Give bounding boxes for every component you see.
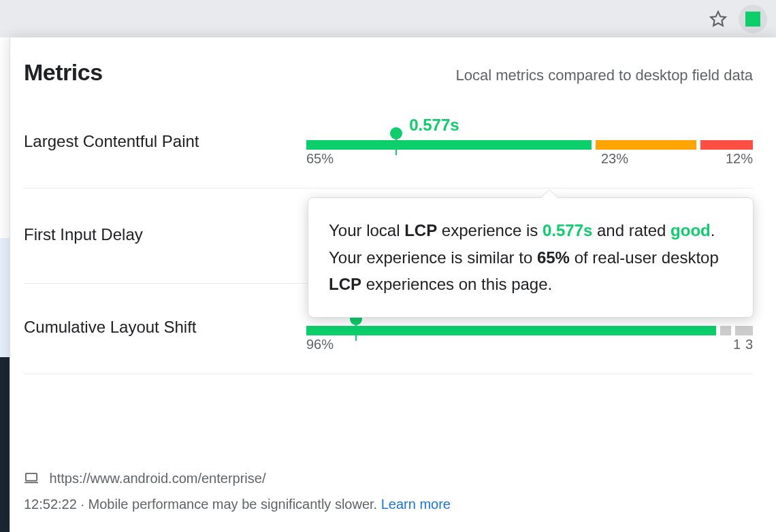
footer-separator: · <box>77 497 88 512</box>
metric-label: First Input Delay <box>24 225 306 244</box>
metric-value: 0.577s <box>409 116 459 135</box>
tooltip-text: experiences on this page. <box>361 275 552 293</box>
tooltip-text: and rated <box>592 221 670 239</box>
panel-subtitle: Local metrics compared to desktop field … <box>455 67 753 84</box>
panel-footer: https://www.android.com/enterprise/ 12:5… <box>24 465 753 517</box>
laptop-icon <box>24 467 39 493</box>
distribution-bar <box>306 140 753 150</box>
browser-toolbar <box>0 0 776 37</box>
metric-row-lcp[interactable]: Largest Contentful Paint 0.577s 65% 23% … <box>24 98 753 188</box>
svg-rect-1 <box>26 473 37 481</box>
metric-label: Cumulative Layout Shift <box>24 318 306 337</box>
bookmark-star-button[interactable] <box>706 7 730 31</box>
tooltip-metric-abbrev: LCP <box>329 275 361 293</box>
segment-poor <box>735 326 753 335</box>
tooltip-rating: good <box>670 221 711 239</box>
metric-chart-lcp: 0.577s 65% 23% 12% <box>306 110 753 173</box>
footer-note: Mobile performance may be significantly … <box>88 497 381 512</box>
pct-good: 96% <box>306 337 334 352</box>
pct-poor: 3 <box>745 337 753 352</box>
svg-marker-0 <box>711 12 726 26</box>
panel-title: Metrics <box>24 59 103 86</box>
learn-more-link[interactable]: Learn more <box>381 497 451 512</box>
segment-mid <box>596 140 696 150</box>
segment-good <box>306 140 592 150</box>
extension-icon <box>745 12 760 27</box>
panel-header: Metrics Local metrics compared to deskto… <box>24 59 753 86</box>
star-icon <box>709 10 727 28</box>
segment-mid <box>720 326 731 335</box>
footer-url: https://www.android.com/enterprise/ <box>50 471 266 486</box>
marker-dot-icon <box>390 127 402 139</box>
extension-button[interactable] <box>739 5 767 33</box>
pct-good: 65% <box>306 151 334 167</box>
segment-good <box>306 326 716 335</box>
distribution-bar <box>306 326 753 335</box>
pct-mid: 1 <box>733 337 741 352</box>
tooltip-text: Your local <box>329 221 404 239</box>
footer-time: 12:52:22 <box>24 497 77 512</box>
metric-label: Largest Contentful Paint <box>24 132 306 151</box>
metric-tooltip: Your local LCP experience is 0.577s and … <box>308 197 754 318</box>
tooltip-text: of real-user desktop <box>570 248 719 267</box>
tooltip-text: experience is <box>437 221 543 239</box>
tooltip-value: 0.577s <box>543 221 592 239</box>
segment-poor <box>700 140 753 150</box>
tooltip-percent: 65% <box>537 248 570 267</box>
pct-poor: 12% <box>726 151 753 167</box>
pct-mid: 23% <box>601 151 628 167</box>
tooltip-metric-abbrev: LCP <box>404 221 437 239</box>
